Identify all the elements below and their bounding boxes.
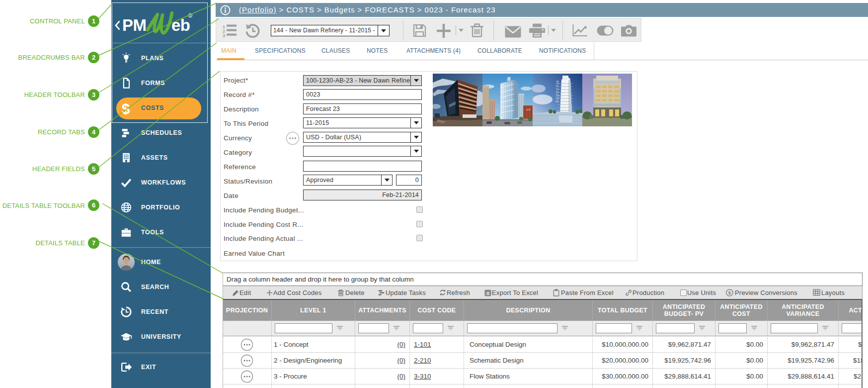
svg-text:R: R [189,14,191,17]
svg-text:3: 3 [223,33,225,38]
svg-text:PM: PM [122,16,147,34]
svg-text:X: X [486,291,490,296]
svg-text:Honadby: Honadby [555,81,560,103]
svg-text:eb: eb [171,16,190,34]
svg-text:$: $ [122,100,130,116]
svg-text:und: und [526,108,531,111]
svg-text:$: $ [728,290,731,295]
